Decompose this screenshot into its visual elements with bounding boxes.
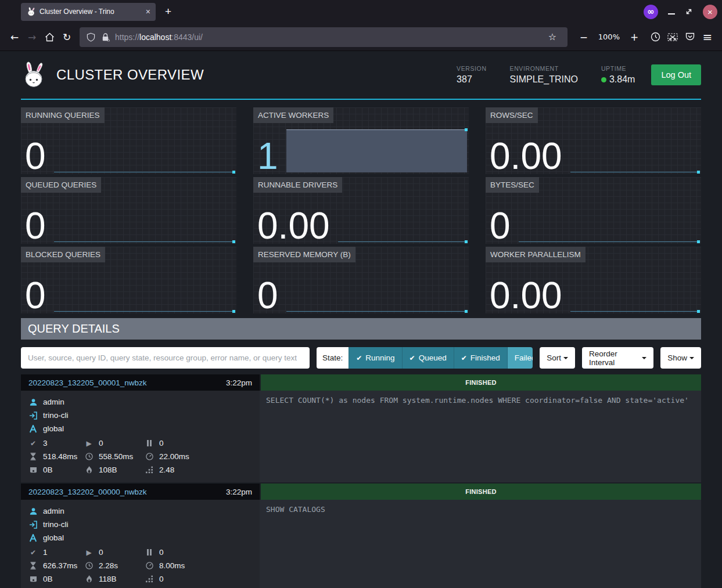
cumulative-memory-flame-icon xyxy=(84,466,94,474)
parallelism: 2.48 xyxy=(159,466,174,474)
source-sign-in-icon xyxy=(28,412,38,420)
parallelism: 0 xyxy=(159,575,164,583)
sparkline-chart xyxy=(54,238,235,242)
pocket-icon[interactable] xyxy=(681,28,699,46)
zoom-level[interactable]: 100% xyxy=(598,33,620,41)
query-meta-panel: admin trino-cli global ✔1 ▶0 0 62 xyxy=(21,500,260,588)
state-filter-running[interactable]: ✔ Running xyxy=(349,347,401,369)
sparkline-endpoint-dot xyxy=(465,240,468,243)
reload-button[interactable]: ↻ xyxy=(58,28,76,46)
menu-hamburger-icon[interactable]: ≡ xyxy=(699,28,716,46)
window-minimize-button[interactable] xyxy=(668,13,675,15)
stat-label: BLOCKED QUERIES xyxy=(21,247,105,262)
cumulative-memory: 118B xyxy=(99,575,117,583)
state-queued-label: Queued xyxy=(419,353,447,362)
shield-icon[interactable] xyxy=(86,33,95,42)
query-details-header: QUERY DETAILS xyxy=(21,318,701,340)
home-button[interactable] xyxy=(41,28,58,46)
url-text[interactable]: https://localhost:8443/ui/ xyxy=(115,33,538,42)
queued-splits-pause-icon xyxy=(145,440,154,446)
query-resource-group: global xyxy=(43,533,64,542)
url-bar[interactable]: https://localhost:8443/ui/ ☆ xyxy=(80,27,567,47)
new-tab-button[interactable]: + xyxy=(165,5,171,18)
reorder-interval-dropdown[interactable]: Reorder Interval xyxy=(582,347,653,369)
query-user: admin xyxy=(43,507,64,515)
cluster-stats-grid: RUNNING QUERIES 0 ACTIVE WORKERS 1 ROWS/… xyxy=(21,107,701,313)
zoom-in-button[interactable]: + xyxy=(626,28,643,46)
firefox-account-avatar[interactable]: ∞ xyxy=(644,5,658,19)
stat-value: 0 xyxy=(490,211,511,242)
version-value: 387 xyxy=(457,74,486,85)
zoom-out-button[interactable]: − xyxy=(575,28,592,46)
window-restore-button[interactable] xyxy=(685,8,693,16)
query-status-bar: FINISHED xyxy=(261,484,701,500)
chevron-down-icon xyxy=(642,357,646,359)
show-label: Show xyxy=(667,353,687,362)
state-finished-label: Finished xyxy=(470,353,500,362)
sparkline-chart xyxy=(338,238,467,242)
resource-group-font-icon xyxy=(28,534,38,542)
current-memory-icon xyxy=(28,576,38,583)
query-id-link[interactable]: 20220823_132205_00001_nwbzk xyxy=(28,378,146,387)
lock-warning-icon[interactable] xyxy=(100,33,110,42)
sparkline-chart xyxy=(54,308,235,312)
sparkline-endpoint-dot xyxy=(697,171,700,174)
completed-splits: 1 xyxy=(43,548,48,557)
stat-value: 0 xyxy=(25,211,46,242)
query-filter-toolbar: State: ✔ Running ✔ Queued ✔ Finished Fai… xyxy=(21,347,701,369)
completed-splits: 3 xyxy=(43,439,48,448)
sparkline-endpoint-dot xyxy=(697,310,700,313)
parallelism-chart-icon xyxy=(145,575,154,583)
browser-tab[interactable]: Cluster Overview - Trino × xyxy=(21,3,156,21)
site-header: CLUSTER OVERVIEW VERSION 387 ENVIRONMENT… xyxy=(21,51,701,100)
sparkline-chart xyxy=(570,308,699,312)
running-splits-play-icon: ▶ xyxy=(84,439,94,448)
browser-titlebar: Cluster Overview - Trino × + ∞ × xyxy=(0,0,722,23)
stat-value: 0.00 xyxy=(490,280,562,312)
logout-button[interactable]: Log Out xyxy=(651,64,701,85)
show-dropdown[interactable]: Show xyxy=(660,347,701,369)
query-text: SELECT COUNT(*) as nodes FROM system.run… xyxy=(260,391,701,482)
elapsed-time-clock-icon xyxy=(84,453,94,460)
uptime-info: UPTIME 3.84m xyxy=(601,65,635,85)
bookmark-star-icon[interactable]: ☆ xyxy=(544,28,561,46)
wall-time-hourglass-icon xyxy=(28,562,38,569)
wall-time-hourglass-icon xyxy=(28,453,38,460)
query-row-header: 20220823_132205_00001_nwbzk 3:22pm xyxy=(21,374,260,391)
state-filter-failed-dropdown[interactable]: Failed xyxy=(507,347,533,369)
stat-card-reserved-memory: RESERVED MEMORY (B) 0 xyxy=(253,247,469,313)
check-icon: ✔ xyxy=(461,354,467,362)
sort-dropdown[interactable]: Sort xyxy=(540,347,575,369)
sort-label: Sort xyxy=(547,353,561,362)
state-filter-finished[interactable]: ✔ Finished xyxy=(454,347,507,369)
state-filter-queued[interactable]: ✔ Queued xyxy=(402,347,454,369)
tab-title: Cluster Overview - Trino xyxy=(39,8,142,16)
stat-value: 0 xyxy=(25,280,46,312)
query-search-input[interactable] xyxy=(21,347,310,369)
query-source: trino-cli xyxy=(43,520,69,529)
history-icon[interactable] xyxy=(646,28,664,46)
back-button[interactable]: ← xyxy=(6,28,23,46)
window-close-button[interactable]: × xyxy=(703,5,717,19)
query-text: SHOW CATALOGS xyxy=(260,500,701,588)
stat-card-runnable-drivers: RUNNABLE DRIVERS 0.00 xyxy=(253,177,469,244)
running-splits-play-icon: ▶ xyxy=(84,549,94,557)
user-icon xyxy=(28,398,38,406)
environment-label: ENVIRONMENT xyxy=(510,65,578,72)
current-memory: 0B xyxy=(43,466,53,474)
version-info: VERSION 387 xyxy=(457,65,486,85)
stat-label: ROWS/SEC xyxy=(486,107,538,123)
tab-close-icon[interactable]: × xyxy=(146,8,150,16)
query-id-link[interactable]: 20220823_132202_00000_nwbzk xyxy=(28,488,146,496)
trino-page: CLUSTER OVERVIEW VERSION 387 ENVIRONMENT… xyxy=(0,51,722,588)
cpu-time-gauge-icon xyxy=(145,562,154,569)
forward-button[interactable]: → xyxy=(23,28,41,46)
uptime-value: 3.84m xyxy=(609,74,635,85)
sparkline-endpoint-dot xyxy=(232,171,235,174)
queued-splits-pause-icon xyxy=(145,549,154,555)
query-details-title: QUERY DETAILS xyxy=(28,322,120,336)
screenshot-scissors-icon[interactable] xyxy=(664,28,681,46)
state-filter-label: State: xyxy=(317,347,349,369)
elapsed-time: 2.28s xyxy=(99,561,118,570)
cumulative-memory: 108B xyxy=(99,466,117,474)
